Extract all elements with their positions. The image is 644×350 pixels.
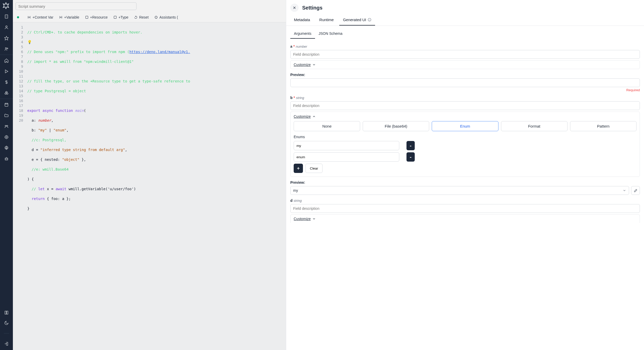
field-b-description[interactable] — [290, 101, 640, 110]
toolbar-variable[interactable]: +Variable — [59, 15, 79, 19]
cubes-icon[interactable] — [4, 90, 9, 96]
svg-point-13 — [6, 159, 6, 159]
field-b: b* string Customize None File (base64) E… — [290, 96, 640, 195]
svg-point-4 — [7, 48, 8, 49]
enum-input-1[interactable] — [294, 152, 399, 162]
toolbar-resource[interactable]: +Resource — [85, 15, 108, 19]
toolbar-context-var[interactable]: +Context Var — [27, 15, 53, 19]
enums-label: Enums — [294, 135, 637, 139]
field-b-customize-open: Customize None File (base64) Enum Format… — [290, 112, 640, 177]
field-a-description[interactable] — [290, 50, 640, 59]
kind-pattern[interactable]: Pattern — [570, 121, 637, 131]
tab-generated-ui[interactable]: Generated UI — [339, 15, 375, 26]
field-d-name: d — [290, 198, 293, 203]
subtab-arguments[interactable]: Arguments — [290, 29, 315, 39]
play-icon[interactable] — [4, 69, 9, 74]
svg-marker-5 — [5, 70, 8, 73]
chevron-up-icon — [312, 115, 316, 118]
field-d-customize[interactable]: Customize — [290, 214, 640, 223]
toolbar-assistants[interactable]: Assistants ( — [154, 15, 178, 19]
svg-point-7 — [5, 125, 6, 127]
home-icon[interactable] — [4, 58, 9, 63]
field-b-preview-label: Preview: — [290, 180, 640, 185]
enum-clear-button[interactable]: Clear — [306, 164, 323, 173]
field-b-type: string — [296, 96, 304, 100]
field-a: a* number Customize Preview: Required — [290, 44, 640, 92]
kind-file[interactable]: File (base64) — [363, 121, 429, 131]
svg-rect-16 — [114, 16, 116, 18]
logout-icon[interactable] — [4, 341, 9, 346]
context-var-label: +Context Var — [32, 15, 53, 19]
svg-rect-6 — [5, 103, 8, 106]
enum-input-0[interactable] — [294, 141, 399, 150]
dollar-icon[interactable] — [4, 80, 9, 85]
star-icon[interactable] — [4, 36, 9, 41]
book-icon[interactable] — [4, 310, 9, 315]
building-icon[interactable] — [4, 14, 9, 19]
chevron-down-icon — [623, 189, 626, 192]
group-icon[interactable] — [4, 124, 9, 129]
sub-tabs: Arguments JSON Schema — [286, 26, 644, 39]
bot-icon[interactable] — [4, 156, 9, 161]
tab-runtime[interactable]: Runtime — [316, 15, 337, 26]
svg-rect-15 — [86, 16, 88, 18]
sidebar — [0, 0, 13, 350]
field-b-preview-edit[interactable] — [631, 186, 640, 195]
svg-point-14 — [7, 159, 7, 159]
user-icon[interactable] — [4, 25, 9, 30]
enum-remove-1[interactable]: - — [406, 152, 415, 162]
line-gutter: 1234567891011121314151617181920 — [13, 22, 25, 350]
target-icon[interactable] — [4, 135, 9, 140]
toolbar-type[interactable]: +Type — [113, 15, 129, 19]
field-b-preview-select[interactable]: my — [290, 186, 629, 195]
tab-metadata[interactable]: Metadata — [290, 15, 314, 26]
assistants-label: Assistants ( — [159, 15, 178, 19]
calendar-icon[interactable] — [4, 102, 9, 107]
summary-input[interactable] — [15, 2, 137, 10]
field-d: d string Customize — [290, 198, 640, 223]
gear-icon[interactable] — [4, 145, 9, 151]
status-dot — [17, 16, 19, 18]
reset-label: Reset — [139, 15, 149, 19]
kind-none[interactable]: None — [294, 121, 360, 131]
resource-label: +Resource — [90, 15, 108, 19]
users-icon[interactable] — [4, 46, 9, 52]
enum-remove-0[interactable]: - — [406, 141, 415, 150]
kind-format[interactable]: Format — [501, 121, 567, 131]
theme-icon[interactable] — [4, 320, 9, 326]
enum-add-button[interactable]: + — [294, 164, 303, 173]
svg-point-9 — [5, 136, 8, 139]
svg-point-3 — [5, 48, 7, 49]
field-a-required: Required — [290, 88, 640, 92]
field-a-preview-label: Preview: — [290, 73, 640, 77]
field-b-customize-toggle[interactable]: Customize — [294, 114, 637, 119]
svg-marker-2 — [5, 36, 9, 40]
toolbar-reset[interactable]: Reset — [134, 15, 149, 19]
svg-point-1 — [6, 26, 7, 27]
field-d-description[interactable] — [290, 204, 640, 213]
fields-scroll[interactable]: a* number Customize Preview: Required b* — [286, 39, 644, 350]
info-icon — [368, 18, 371, 22]
chevron-down-icon — [312, 217, 316, 221]
field-a-name: a — [290, 44, 292, 48]
settings-tabs: Metadata Runtime Generated UI — [286, 15, 644, 26]
field-a-customize[interactable]: Customize — [290, 60, 640, 69]
svg-point-11 — [6, 147, 7, 149]
svg-point-10 — [6, 137, 7, 138]
kind-enum[interactable]: Enum — [432, 121, 498, 131]
field-b-name: b — [290, 96, 293, 100]
settings-panel: Settings Metadata Runtime Generated UI A… — [286, 0, 644, 350]
folder-icon[interactable] — [4, 113, 9, 118]
type-label: +Type — [118, 15, 129, 19]
field-a-preview[interactable] — [290, 78, 640, 87]
field-d-type: string — [294, 199, 302, 203]
panel-title: Settings — [302, 5, 323, 11]
variable-label: +Variable — [64, 15, 79, 19]
logo-icon[interactable] — [2, 2, 11, 10]
svg-rect-0 — [5, 15, 8, 18]
svg-point-8 — [7, 125, 8, 127]
chevron-down-icon — [312, 63, 316, 66]
close-panel-button[interactable] — [290, 4, 299, 12]
subtab-json-schema[interactable]: JSON Schema — [315, 29, 346, 39]
lightbulb-icon[interactable]: 💡 — [27, 40, 32, 44]
